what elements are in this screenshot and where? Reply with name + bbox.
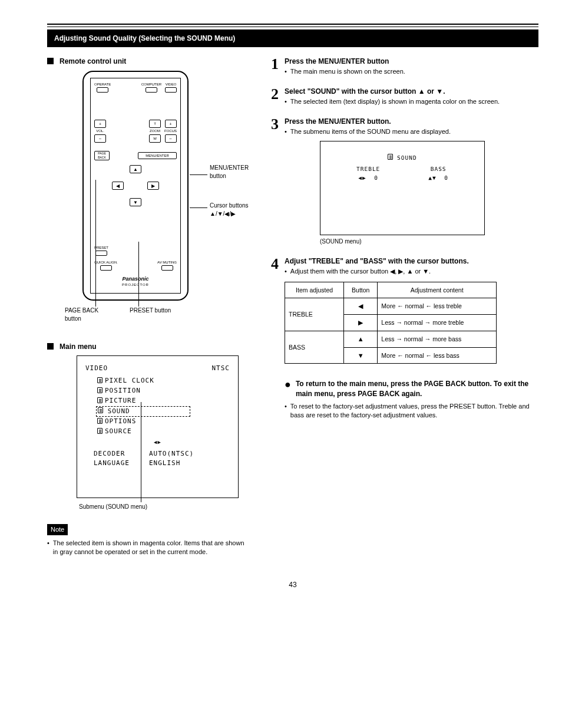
cursor-up-button: ▲ bbox=[130, 165, 141, 173]
mm-item: PICTURE bbox=[97, 396, 230, 406]
step-number: 1 bbox=[271, 57, 279, 72]
th-item: Item adjusted bbox=[285, 282, 344, 298]
focus-minus-button: – bbox=[165, 134, 177, 143]
mm-item: POSITION bbox=[97, 386, 230, 396]
mm-decoder-val: AUTO(NTSC) bbox=[149, 450, 230, 459]
operate-button bbox=[97, 87, 108, 93]
cursor-left-button: ◀ bbox=[112, 182, 124, 190]
brand-label: Panasonic bbox=[94, 275, 177, 282]
zoom-t-button: T bbox=[149, 120, 161, 128]
btn-up-icon: ▲ bbox=[344, 331, 378, 347]
page-number: 43 bbox=[47, 580, 538, 589]
cursor-right-button: ▶ bbox=[147, 182, 159, 190]
vol-minus-button: – bbox=[94, 134, 106, 143]
top-rule bbox=[47, 24, 538, 27]
step3-title: Press the MENU/ENTER button. bbox=[285, 117, 485, 126]
device-label: PROJECTOR bbox=[94, 282, 177, 287]
bullet-dot: ● bbox=[285, 379, 291, 390]
mm-item-selected: SOUND bbox=[96, 406, 190, 417]
menu-enter-button: MENU/ENTER bbox=[138, 152, 177, 159]
mainmenu-label: Main menu bbox=[59, 342, 97, 351]
td-bass-less: More ← normal ← less bass bbox=[378, 347, 497, 364]
focus-label: FOCUS bbox=[164, 129, 177, 133]
step-number: 2 bbox=[271, 87, 279, 102]
step-number: 3 bbox=[271, 117, 279, 132]
bass-label: BASS bbox=[431, 166, 447, 173]
page-icon bbox=[97, 418, 103, 424]
td-treble-less: More ← normal ← less treble bbox=[378, 298, 497, 314]
step2-title: Select "SOUND" with the cursor button ▲ … bbox=[285, 87, 500, 96]
sound-caption: (SOUND menu) bbox=[320, 238, 485, 246]
page-icon bbox=[388, 154, 393, 160]
reset-sub: To reset to the factory-set adjustment v… bbox=[290, 402, 538, 420]
focus-plus-button: + bbox=[165, 120, 177, 128]
mainmenu-diagram: VIDEO NTSC PIXEL CLOCK POSITION PICTURE … bbox=[47, 355, 247, 499]
treble-arrows: ◀▶ 0 bbox=[358, 174, 378, 182]
cursor-pad: ▲ ◀ ▶ ▼ bbox=[112, 165, 159, 212]
page-back-button: PAGE BACK bbox=[94, 151, 110, 160]
step-number: 4 bbox=[271, 256, 279, 272]
sound-title: SOUND bbox=[397, 154, 417, 161]
mm-video: VIDEO bbox=[85, 364, 108, 373]
th-content: Adjustment content bbox=[378, 282, 497, 298]
btn-right-icon: ▶ bbox=[344, 314, 378, 331]
avmuting-label: AV MUTING bbox=[157, 261, 177, 265]
bullet-square bbox=[47, 343, 54, 350]
leader-cursor-label: Cursor buttons▲/▼/◀/▶ bbox=[210, 202, 257, 218]
page-icon bbox=[97, 397, 103, 403]
step4-sub: Adjust them with the cursor button ◀, ▶,… bbox=[290, 267, 431, 276]
page-icon bbox=[98, 407, 103, 413]
td-treble-more: Less → normal → more treble bbox=[378, 314, 497, 331]
step3-sub: The submenu items of the SOUND menu are … bbox=[290, 127, 451, 136]
computer-label: COMPUTER bbox=[141, 82, 161, 87]
bass-arrows: ▲▼ 0 bbox=[428, 174, 448, 182]
computer-button bbox=[146, 87, 157, 93]
leader-line bbox=[138, 242, 139, 307]
step2-sub: The selected item (text display) is show… bbox=[290, 97, 500, 106]
th-button: Button bbox=[344, 282, 378, 298]
td-treble: TREBLE bbox=[285, 298, 344, 331]
video-button bbox=[165, 87, 177, 93]
video-label: VIDEO bbox=[166, 82, 177, 87]
leader-pageback-label: PAGE BACK button bbox=[65, 307, 112, 322]
btn-down-icon: ▼ bbox=[344, 347, 378, 364]
page-icon bbox=[97, 377, 103, 383]
leader-line bbox=[190, 174, 207, 175]
zoom-label: ZOOM bbox=[150, 129, 160, 133]
note-text: •The selected item is shown in magenta c… bbox=[47, 539, 247, 556]
leader-preset-label: PRESET button bbox=[130, 307, 177, 315]
btn-left-icon: ◀ bbox=[344, 298, 378, 314]
step1-sub: The main menu is shown on the screen. bbox=[290, 67, 405, 76]
mm-item: OPTIONS bbox=[97, 417, 230, 427]
quickalign-button bbox=[100, 265, 112, 271]
vol-plus-button: + bbox=[94, 120, 106, 128]
remote-label: Remote control unit bbox=[59, 57, 126, 66]
mm-decoder-label: DECODER bbox=[94, 450, 143, 459]
page-icon bbox=[97, 387, 103, 393]
step1-title: Press the MENU/ENTER button bbox=[285, 57, 405, 66]
mm-language-val: ENGLISH bbox=[149, 459, 230, 468]
remote-diagram: OPERATE COMPUTER VIDEO + VOL. – bbox=[47, 71, 247, 312]
page-title: Adjusting Sound Quality (Selecting the S… bbox=[47, 29, 538, 47]
bullet-square bbox=[47, 58, 54, 64]
operate-label: OPERATE bbox=[94, 82, 111, 87]
mm-item: PIXEL CLOCK bbox=[97, 376, 230, 386]
leader-line bbox=[95, 180, 96, 307]
submenu-leader-label: Submenu (SOUND menu) bbox=[79, 503, 147, 511]
leader-menu-label: MENU/ENTER button bbox=[210, 164, 257, 180]
leader-line bbox=[190, 207, 207, 208]
preset-button bbox=[95, 251, 107, 256]
adjustment-table: Item adjusted Button Adjustment content … bbox=[285, 282, 497, 364]
step4-title: Adjust "TREBLE" and "BASS" with the curs… bbox=[285, 256, 538, 266]
note-badge: Note bbox=[47, 524, 68, 535]
quickalign-label: QUICK ALIGN. bbox=[94, 261, 118, 265]
zoom-w-button: W bbox=[149, 134, 161, 143]
mm-ntsc: NTSC bbox=[212, 364, 230, 373]
td-bass: BASS bbox=[285, 331, 344, 364]
leader-line bbox=[141, 402, 141, 502]
mm-language-label: LANGUAGE bbox=[94, 459, 143, 468]
sound-submenu-box: SOUND TREBLE ◀▶ 0 BASS ▲▼ 0 bbox=[320, 141, 485, 235]
treble-label: TREBLE bbox=[356, 166, 380, 173]
page-icon bbox=[97, 428, 103, 434]
cursor-down-button: ▼ bbox=[130, 198, 141, 206]
